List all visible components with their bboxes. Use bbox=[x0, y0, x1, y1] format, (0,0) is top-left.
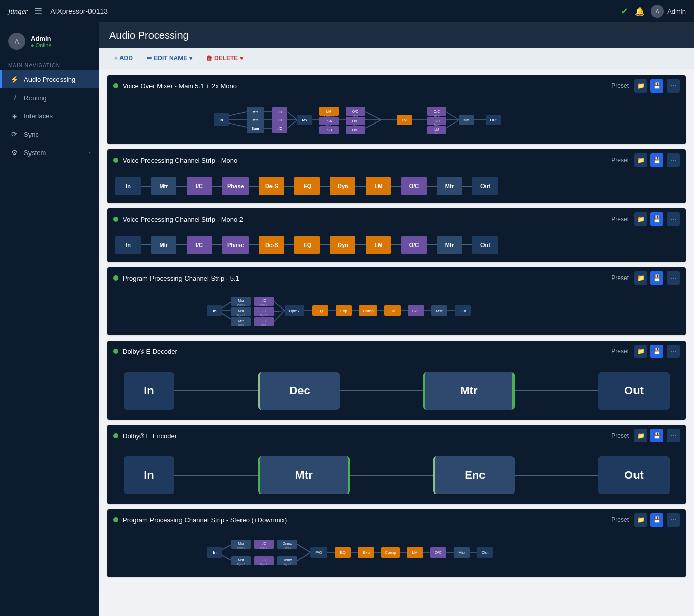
cs-in[interactable]: In bbox=[115, 236, 141, 254]
svg-text:O/C: O/C bbox=[352, 128, 358, 132]
svg-text:Sum: Sum bbox=[251, 127, 259, 130]
cs-eq[interactable]: EQ bbox=[294, 236, 320, 254]
svg-line-90 bbox=[274, 301, 285, 311]
save-button[interactable]: 💾 bbox=[650, 429, 663, 442]
dolby-in-block[interactable]: In bbox=[124, 456, 174, 494]
svg-text:Mtr: Mtr bbox=[253, 110, 258, 114]
user-menu[interactable]: A Admin bbox=[651, 5, 686, 18]
preset-label: Preset bbox=[611, 348, 629, 355]
svg-line-92 bbox=[274, 311, 285, 322]
dolby-mtr-block[interactable]: Mtr bbox=[258, 456, 350, 494]
svg-text:Pgm 2: Pgm 2 bbox=[237, 314, 245, 317]
device-name: AIXpressor-00113 bbox=[50, 7, 615, 15]
cs-dyn[interactable]: Dyn bbox=[330, 236, 355, 254]
svg-text:O/C: O/C bbox=[435, 550, 442, 555]
save-button[interactable]: 💾 bbox=[650, 271, 663, 285]
card-vpcs-mono2-title: Voice Processing Channel Strip - Mono 2 bbox=[113, 215, 243, 223]
dolby-out-block[interactable]: Out bbox=[598, 372, 670, 410]
save-button[interactable]: 💾 bbox=[650, 513, 663, 527]
cs-mtr2[interactable]: Mtr bbox=[437, 236, 462, 254]
delete-button[interactable]: 🗑 DELETE ▾ bbox=[201, 52, 248, 65]
svg-line-22 bbox=[287, 120, 297, 128]
folder-button[interactable]: 📁 bbox=[634, 79, 647, 93]
svg-text:F/O: F/O bbox=[315, 550, 322, 555]
svg-text:O/C: O/C bbox=[434, 119, 440, 123]
svg-text:Fac: Fac bbox=[435, 132, 439, 135]
cs-ic[interactable]: I/C bbox=[187, 236, 212, 254]
more-button[interactable]: ⋯ bbox=[667, 429, 680, 442]
cs-lm[interactable]: LM bbox=[366, 236, 391, 254]
edit-name-button[interactable]: ✏ EDIT NAME ▾ bbox=[142, 52, 197, 65]
more-button[interactable]: ⋯ bbox=[667, 153, 680, 167]
sidebar-item-routing[interactable]: ⑂ Routing bbox=[0, 88, 99, 107]
svg-text:I/C: I/C bbox=[262, 558, 266, 562]
svg-line-71 bbox=[222, 313, 231, 319]
cs-des[interactable]: De-S bbox=[259, 236, 284, 254]
more-button[interactable]: ⋯ bbox=[667, 212, 680, 226]
folder-button[interactable]: 📁 bbox=[634, 153, 647, 167]
active-dot bbox=[113, 517, 118, 522]
svg-text:EQ: EQ bbox=[340, 550, 346, 555]
cs-mtr[interactable]: Mtr bbox=[151, 236, 176, 254]
cs-mtr[interactable]: Mtr bbox=[151, 177, 176, 195]
cs-out[interactable]: Out bbox=[472, 177, 498, 195]
card-vpcs-mono-title-text: Voice Processing Channel Strip - Mono bbox=[123, 157, 237, 164]
svg-text:LM: LM bbox=[326, 110, 331, 113]
dolby-enc-block[interactable]: Enc bbox=[433, 456, 515, 494]
sidebar-item-interfaces[interactable]: ◈ Interfaces bbox=[0, 107, 99, 125]
more-button[interactable]: ⋯ bbox=[667, 513, 680, 527]
save-button[interactable]: 💾 bbox=[650, 212, 663, 226]
page-title: Audio Processing bbox=[109, 29, 189, 41]
folder-button[interactable]: 📁 bbox=[634, 212, 647, 226]
sidebar-label-routing: Routing bbox=[24, 94, 47, 102]
folder-button[interactable]: 📁 bbox=[634, 271, 647, 285]
sidebar-item-sync[interactable]: ⟳ Sync bbox=[0, 125, 99, 143]
dolby-dec-block[interactable]: Dec bbox=[258, 372, 340, 410]
menu-icon[interactable]: ☰ bbox=[34, 6, 42, 17]
cs-oc[interactable]: O/C bbox=[401, 236, 427, 254]
save-button[interactable]: 💾 bbox=[650, 79, 663, 93]
card-ppcs-51-body: In Msr Pgm 1 I/C Pgm 1 bbox=[107, 289, 686, 335]
folder-button[interactable]: 📁 bbox=[634, 513, 647, 527]
dolby-out-block[interactable]: Out bbox=[598, 456, 670, 494]
more-button[interactable]: ⋯ bbox=[667, 345, 680, 358]
svg-text:I/C: I/C bbox=[262, 309, 266, 313]
cs-mtr2[interactable]: Mtr bbox=[437, 177, 462, 195]
cs-in[interactable]: In bbox=[115, 177, 141, 195]
avatar: A bbox=[651, 5, 664, 18]
cs-phase[interactable]: Phase bbox=[222, 236, 249, 254]
cs-oc[interactable]: O/C bbox=[401, 177, 427, 195]
card-dolby-enc-title: Dolby® E Encoder bbox=[113, 432, 177, 440]
dolby-enc-strip: In Mtr Enc Out bbox=[115, 452, 678, 498]
card-vpcs-mono-actions: Preset 📁 💾 ⋯ bbox=[611, 153, 680, 167]
more-button[interactable]: ⋯ bbox=[667, 271, 680, 285]
dolby-mtr-block[interactable]: Mtr bbox=[423, 372, 515, 410]
cs-dyn[interactable]: Dyn bbox=[330, 177, 355, 195]
cs-lm[interactable]: LM bbox=[366, 177, 391, 195]
sidebar-item-system[interactable]: ⚙ System ‹ bbox=[0, 143, 99, 162]
cs-out[interactable]: Out bbox=[472, 236, 498, 254]
cs-ic[interactable]: I/C bbox=[187, 177, 212, 195]
preset-label: Preset bbox=[611, 516, 629, 523]
sidebar-item-audio-processing[interactable]: ⚡ Audio Processing bbox=[0, 70, 99, 88]
svg-text:Out: Out bbox=[482, 550, 489, 555]
card-dolby-dec-title: Dolby® E Decoder bbox=[113, 348, 177, 355]
more-button[interactable]: ⋯ bbox=[667, 79, 680, 93]
add-button[interactable]: + ADD bbox=[109, 52, 138, 65]
svg-text:Msr: Msr bbox=[238, 542, 244, 545]
bell-icon[interactable]: 🔔 bbox=[635, 7, 645, 16]
folder-button[interactable]: 📁 bbox=[634, 345, 647, 358]
dolby-in-block[interactable]: In bbox=[124, 372, 174, 410]
folder-button[interactable]: 📁 bbox=[634, 429, 647, 442]
admin-label: Admin bbox=[667, 8, 686, 15]
connector bbox=[515, 475, 598, 476]
cs-des[interactable]: De-S bbox=[259, 177, 284, 195]
sidebar-label-sync: Sync bbox=[24, 131, 39, 138]
cs-phase[interactable]: Phase bbox=[222, 177, 249, 195]
cs-eq[interactable]: EQ bbox=[294, 177, 320, 195]
connector bbox=[174, 390, 258, 391]
save-button[interactable]: 💾 bbox=[650, 345, 663, 358]
svg-text:Pgm 1: Pgm 1 bbox=[237, 546, 245, 549]
save-button[interactable]: 💾 bbox=[650, 153, 663, 167]
page-header: Audio Processing bbox=[99, 22, 694, 48]
